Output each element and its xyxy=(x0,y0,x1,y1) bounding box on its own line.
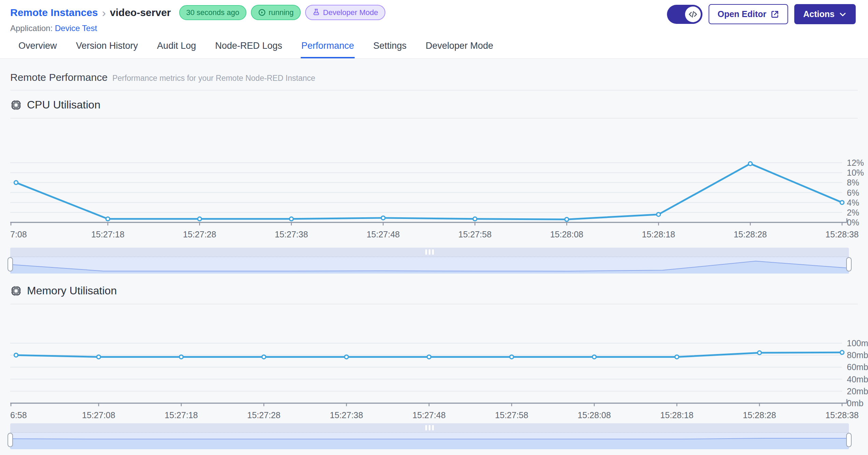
last-seen-label: 30 seconds ago xyxy=(186,9,239,16)
grip-icon xyxy=(429,249,430,255)
svg-text:15:28:08: 15:28:08 xyxy=(578,410,611,419)
cpu-chart-zoom-brush[interactable] xyxy=(10,248,849,274)
svg-text:7:08: 7:08 xyxy=(10,230,27,239)
svg-text:15:27:28: 15:27:28 xyxy=(183,230,216,239)
divider xyxy=(10,90,858,90)
svg-text:6:58: 6:58 xyxy=(10,410,27,419)
developer-mode-toggle[interactable] xyxy=(667,5,702,24)
external-link-icon xyxy=(770,10,779,19)
brush-handle-right[interactable] xyxy=(846,257,852,271)
svg-text:15:28:18: 15:28:18 xyxy=(660,410,693,419)
tab-version-history[interactable]: Version History xyxy=(75,35,139,58)
grip-icon xyxy=(425,249,427,255)
svg-text:8%: 8% xyxy=(847,178,859,187)
performance-panel: Remote Performance Performance metrics f… xyxy=(0,59,868,455)
instance-header: Remote Instances › video-server 30 secon… xyxy=(0,0,868,35)
header-actions: Open Editor Actions xyxy=(667,4,856,24)
svg-text:10%: 10% xyxy=(847,168,864,177)
memory-chart-zoom-brush[interactable] xyxy=(10,423,849,450)
tab-settings[interactable]: Settings xyxy=(372,35,407,58)
grip-icon xyxy=(432,425,434,430)
cpu-utilisation-chart[interactable]: 0%2%4%6%8%10%12%7:0815:27:1815:27:2815:2… xyxy=(10,118,868,243)
tab-overview[interactable]: Overview xyxy=(18,35,58,58)
open-editor-label: Open Editor xyxy=(717,9,766,19)
svg-text:15:27:28: 15:27:28 xyxy=(247,410,280,419)
instance-tabs: Overview Version History Audit Log Node-… xyxy=(0,35,868,59)
chevron-down-icon xyxy=(839,10,847,18)
svg-text:12%: 12% xyxy=(847,158,864,167)
application-row: Application: Device Test xyxy=(10,24,856,33)
grip-icon xyxy=(429,425,430,430)
svg-text:40mb: 40mb xyxy=(847,375,868,384)
cpu-chip-icon xyxy=(10,99,22,111)
svg-text:15:28:08: 15:28:08 xyxy=(550,230,583,239)
svg-text:15:27:58: 15:27:58 xyxy=(495,410,528,419)
svg-text:20mb: 20mb xyxy=(847,386,868,396)
tab-performance[interactable]: Performance xyxy=(301,35,355,58)
grip-icon xyxy=(425,425,427,430)
svg-text:15:27:38: 15:27:38 xyxy=(330,410,363,419)
svg-text:15:27:18: 15:27:18 xyxy=(91,230,124,239)
play-circle-icon xyxy=(258,9,266,16)
developer-mode-badge: Developer Mode xyxy=(305,5,385,20)
memory-chart-title: Memory Utilisation xyxy=(27,284,117,297)
beaker-icon xyxy=(312,9,320,16)
brush-bar[interactable] xyxy=(10,423,849,433)
tab-developer-mode[interactable]: Developer Mode xyxy=(425,35,494,58)
brush-handle-left[interactable] xyxy=(8,257,13,271)
application-link[interactable]: Device Test xyxy=(55,24,97,33)
memory-utilisation-section: Memory Utilisation 0mb20mb40mb60mb80mb10… xyxy=(0,274,868,450)
brush-minimap[interactable] xyxy=(10,433,849,449)
svg-text:0%: 0% xyxy=(847,218,859,227)
chevron-right-icon: › xyxy=(102,8,106,18)
svg-text:80mb: 80mb xyxy=(847,350,868,360)
svg-text:15:27:08: 15:27:08 xyxy=(82,410,115,419)
open-editor-button[interactable]: Open Editor xyxy=(709,4,788,24)
toggle-knob xyxy=(685,6,701,22)
svg-text:15:28:38: 15:28:38 xyxy=(825,410,858,419)
svg-text:4%: 4% xyxy=(847,198,859,207)
svg-text:15:28:28: 15:28:28 xyxy=(734,230,767,239)
developer-mode-label: Developer Mode xyxy=(323,9,378,16)
svg-text:60mb: 60mb xyxy=(847,362,868,372)
cpu-chart-title: CPU Utilisation xyxy=(27,99,100,111)
brush-handle-left[interactable] xyxy=(8,433,13,447)
svg-text:15:27:48: 15:27:48 xyxy=(412,410,445,419)
actions-button[interactable]: Actions xyxy=(794,4,856,24)
application-label: Application: xyxy=(10,24,53,33)
tab-node-red-logs[interactable]: Node-RED Logs xyxy=(214,35,283,58)
svg-text:2%: 2% xyxy=(847,208,859,217)
status-badges: 30 seconds ago running Developer Mode xyxy=(179,5,385,20)
page-title: Remote Performance xyxy=(10,72,108,83)
brush-minimap[interactable] xyxy=(10,257,849,274)
last-seen-badge: 30 seconds ago xyxy=(179,5,246,20)
svg-text:15:28:38: 15:28:38 xyxy=(825,230,858,239)
svg-text:15:27:58: 15:27:58 xyxy=(458,230,492,239)
svg-text:100mb: 100mb xyxy=(847,338,868,348)
cpu-chip-icon xyxy=(10,285,22,297)
svg-text:0mb: 0mb xyxy=(847,398,864,408)
breadcrumb-remote-instances-link[interactable]: Remote Instances xyxy=(10,7,98,18)
memory-utilisation-chart[interactable]: 0mb20mb40mb60mb80mb100mb6:5815:27:0815:2… xyxy=(10,304,868,419)
tab-audit-log[interactable]: Audit Log xyxy=(156,35,197,58)
running-status-badge: running xyxy=(251,5,301,20)
running-label: running xyxy=(269,9,294,16)
actions-label: Actions xyxy=(803,9,835,19)
svg-text:15:27:48: 15:27:48 xyxy=(367,230,400,239)
grip-icon xyxy=(432,249,434,255)
svg-text:15:28:18: 15:28:18 xyxy=(642,230,675,239)
svg-text:15:27:18: 15:27:18 xyxy=(165,410,198,419)
instance-name: video-server xyxy=(110,7,171,18)
brush-handle-right[interactable] xyxy=(846,433,852,447)
svg-text:15:28:28: 15:28:28 xyxy=(743,410,776,419)
svg-text:6%: 6% xyxy=(847,188,859,197)
svg-text:15:27:38: 15:27:38 xyxy=(275,230,308,239)
cpu-utilisation-section: CPU Utilisation 0%2%4%6%8%10%12%7:0815:2… xyxy=(0,99,868,274)
page-subtitle: Performance metrics for your Remote Node… xyxy=(112,74,315,83)
code-icon xyxy=(688,10,698,19)
brush-bar[interactable] xyxy=(10,248,849,257)
